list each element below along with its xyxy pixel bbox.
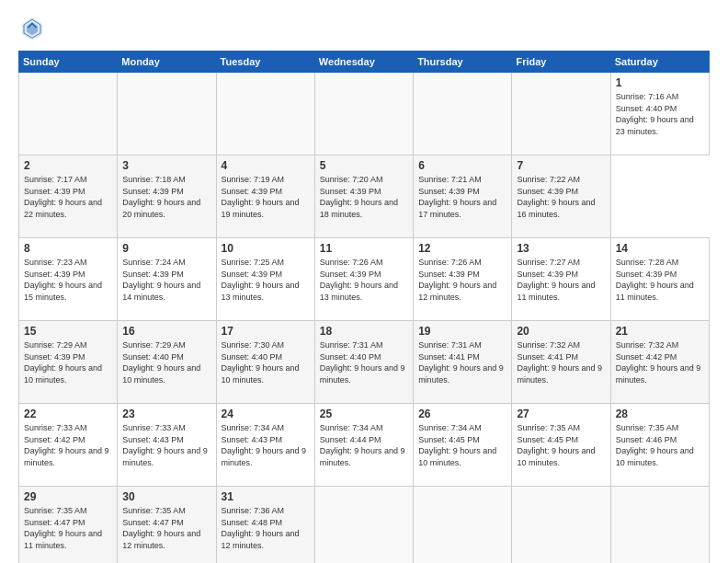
day-header-saturday: Saturday <box>610 52 709 73</box>
day-info: Sunrise: 7:32 AMSunset: 4:41 PMDaylight:… <box>517 340 602 385</box>
day-info: Sunrise: 7:25 AMSunset: 4:39 PMDaylight:… <box>222 258 300 302</box>
day-header-wednesday: Wednesday <box>314 52 413 73</box>
day-number: 3 <box>122 159 210 172</box>
calendar-table: SundayMondayTuesdayWednesdayThursdayFrid… <box>18 51 710 563</box>
day-number: 30 <box>122 490 210 503</box>
day-info: Sunrise: 7:35 AMSunset: 4:46 PMDaylight:… <box>616 423 694 467</box>
day-cell-11: 11Sunrise: 7:26 AMSunset: 4:39 PMDayligh… <box>314 238 413 321</box>
day-number: 29 <box>24 490 112 503</box>
day-header-sunday: Sunday <box>19 52 118 73</box>
day-number: 27 <box>517 408 605 420</box>
week-row-1: 1Sunrise: 7:16 AMSunset: 4:40 PMDaylight… <box>19 73 710 155</box>
day-cell-9: 9Sunrise: 7:24 AMSunset: 4:39 PMDaylight… <box>118 238 216 321</box>
week-row-5: 22Sunrise: 7:33 AMSunset: 4:42 PMDayligh… <box>19 404 710 487</box>
day-number: 25 <box>320 408 408 420</box>
day-info: Sunrise: 7:34 AMSunset: 4:44 PMDaylight:… <box>320 423 405 467</box>
day-cell-20: 20Sunrise: 7:32 AMSunset: 4:41 PMDayligh… <box>512 321 610 404</box>
day-number: 22 <box>24 408 112 420</box>
day-cell-6: 6Sunrise: 7:21 AMSunset: 4:39 PMDaylight… <box>414 155 512 238</box>
day-info: Sunrise: 7:32 AMSunset: 4:42 PMDaylight:… <box>616 340 701 385</box>
day-info: Sunrise: 7:17 AMSunset: 4:39 PMDaylight:… <box>24 175 102 219</box>
day-cell-1: 1Sunrise: 7:16 AMSunset: 4:40 PMDaylight… <box>610 73 709 155</box>
week-row-4: 15Sunrise: 7:29 AMSunset: 4:39 PMDayligh… <box>19 321 710 404</box>
empty-cell <box>414 73 512 155</box>
day-cell-15: 15Sunrise: 7:29 AMSunset: 4:39 PMDayligh… <box>19 321 118 404</box>
day-cell-17: 17Sunrise: 7:30 AMSunset: 4:40 PMDayligh… <box>216 321 314 404</box>
page: SundayMondayTuesdayWednesdayThursdayFrid… <box>0 0 728 563</box>
day-info: Sunrise: 7:29 AMSunset: 4:39 PMDaylight:… <box>24 340 102 385</box>
day-info: Sunrise: 7:33 AMSunset: 4:42 PMDaylight:… <box>24 423 109 467</box>
day-number: 18 <box>320 325 408 338</box>
day-cell-24: 24Sunrise: 7:34 AMSunset: 4:43 PMDayligh… <box>216 404 314 487</box>
day-cell-8: 8Sunrise: 7:23 AMSunset: 4:39 PMDaylight… <box>19 238 118 321</box>
day-number: 20 <box>517 325 605 338</box>
day-number: 23 <box>122 408 210 420</box>
day-number: 9 <box>122 242 210 255</box>
day-number: 21 <box>616 325 704 338</box>
day-info: Sunrise: 7:26 AMSunset: 4:39 PMDaylight:… <box>418 258 496 302</box>
empty-cell <box>19 73 118 155</box>
day-cell-23: 23Sunrise: 7:33 AMSunset: 4:43 PMDayligh… <box>118 404 216 487</box>
day-info: Sunrise: 7:22 AMSunset: 4:39 PMDaylight:… <box>517 175 595 219</box>
day-cell-3: 3Sunrise: 7:18 AMSunset: 4:39 PMDaylight… <box>118 155 216 238</box>
header-row: SundayMondayTuesdayWednesdayThursdayFrid… <box>19 52 710 73</box>
day-number: 8 <box>24 242 112 255</box>
day-number: 4 <box>222 159 310 172</box>
day-cell-7: 7Sunrise: 7:22 AMSunset: 4:39 PMDaylight… <box>512 155 610 238</box>
day-info: Sunrise: 7:33 AMSunset: 4:43 PMDaylight:… <box>122 423 208 467</box>
empty-cell <box>512 73 610 155</box>
empty-cell <box>118 73 216 155</box>
day-number: 24 <box>222 408 310 420</box>
day-cell-27: 27Sunrise: 7:35 AMSunset: 4:45 PMDayligh… <box>512 404 610 487</box>
day-number: 14 <box>616 242 704 255</box>
day-info: Sunrise: 7:19 AMSunset: 4:39 PMDaylight:… <box>222 175 300 219</box>
day-number: 11 <box>320 242 408 255</box>
day-header-monday: Monday <box>118 52 216 73</box>
day-header-friday: Friday <box>512 52 610 73</box>
day-number: 10 <box>222 242 310 255</box>
day-cell-13: 13Sunrise: 7:27 AMSunset: 4:39 PMDayligh… <box>512 238 610 321</box>
day-number: 1 <box>616 76 704 89</box>
day-info: Sunrise: 7:34 AMSunset: 4:43 PMDaylight:… <box>222 423 307 467</box>
day-info: Sunrise: 7:31 AMSunset: 4:41 PMDaylight:… <box>418 340 504 385</box>
logo-icon <box>18 14 46 41</box>
day-cell-29: 29Sunrise: 7:35 AMSunset: 4:47 PMDayligh… <box>19 487 118 564</box>
day-header-tuesday: Tuesday <box>216 52 314 73</box>
day-cell-12: 12Sunrise: 7:26 AMSunset: 4:39 PMDayligh… <box>414 238 512 321</box>
day-cell-2: 2Sunrise: 7:17 AMSunset: 4:39 PMDaylight… <box>19 155 118 238</box>
week-row-3: 8Sunrise: 7:23 AMSunset: 4:39 PMDaylight… <box>19 238 710 321</box>
empty-cell <box>610 487 709 564</box>
day-cell-30: 30Sunrise: 7:35 AMSunset: 4:47 PMDayligh… <box>118 487 216 564</box>
day-cell-5: 5Sunrise: 7:20 AMSunset: 4:39 PMDaylight… <box>314 155 413 238</box>
empty-cell <box>414 487 512 564</box>
week-row-6: 29Sunrise: 7:35 AMSunset: 4:47 PMDayligh… <box>19 487 710 564</box>
day-info: Sunrise: 7:27 AMSunset: 4:39 PMDaylight:… <box>517 258 595 302</box>
header <box>18 14 710 41</box>
day-cell-4: 4Sunrise: 7:19 AMSunset: 4:39 PMDaylight… <box>216 155 314 238</box>
week-row-2: 2Sunrise: 7:17 AMSunset: 4:39 PMDaylight… <box>19 155 710 238</box>
day-info: Sunrise: 7:21 AMSunset: 4:39 PMDaylight:… <box>418 175 496 219</box>
day-number: 13 <box>517 242 605 255</box>
day-info: Sunrise: 7:30 AMSunset: 4:40 PMDaylight:… <box>222 340 300 385</box>
day-info: Sunrise: 7:35 AMSunset: 4:47 PMDaylight:… <box>122 506 200 550</box>
day-number: 19 <box>418 325 506 338</box>
day-number: 12 <box>418 242 506 255</box>
day-number: 2 <box>24 159 112 172</box>
empty-cell <box>314 487 413 564</box>
day-info: Sunrise: 7:26 AMSunset: 4:39 PMDaylight:… <box>320 258 398 302</box>
day-number: 6 <box>418 159 506 172</box>
day-info: Sunrise: 7:35 AMSunset: 4:47 PMDaylight:… <box>24 506 102 550</box>
day-header-thursday: Thursday <box>414 52 512 73</box>
day-number: 26 <box>418 408 506 420</box>
day-number: 28 <box>616 408 704 420</box>
empty-cell <box>216 73 314 155</box>
day-cell-21: 21Sunrise: 7:32 AMSunset: 4:42 PMDayligh… <box>610 321 709 404</box>
day-number: 16 <box>122 325 210 338</box>
day-number: 5 <box>320 159 408 172</box>
day-info: Sunrise: 7:24 AMSunset: 4:39 PMDaylight:… <box>122 258 200 302</box>
day-cell-14: 14Sunrise: 7:28 AMSunset: 4:39 PMDayligh… <box>610 238 709 321</box>
day-info: Sunrise: 7:29 AMSunset: 4:40 PMDaylight:… <box>122 340 200 385</box>
day-number: 31 <box>222 490 310 503</box>
day-cell-16: 16Sunrise: 7:29 AMSunset: 4:40 PMDayligh… <box>118 321 216 404</box>
day-info: Sunrise: 7:35 AMSunset: 4:45 PMDaylight:… <box>517 423 595 467</box>
